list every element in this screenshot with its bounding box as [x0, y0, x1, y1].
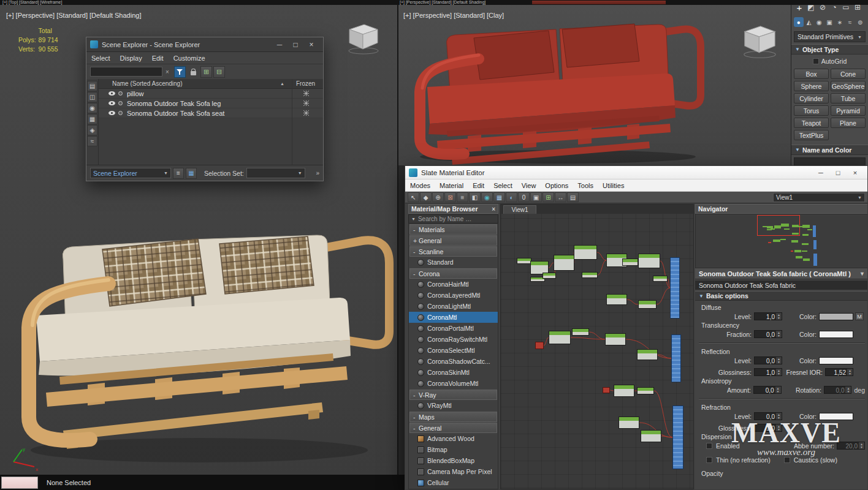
material-id-channel-icon[interactable]: 0: [518, 192, 530, 202]
graph-node[interactable]: [605, 333, 626, 345]
table-row[interactable]: Sonoma Outdoor Teak Sofa leg: [99, 99, 323, 108]
viewcube[interactable]: [342, 22, 385, 56]
reflection-level-spinner[interactable]: 0,0▲▼: [754, 356, 782, 364]
menu-utilities[interactable]: Utilities: [603, 182, 624, 189]
browser-search[interactable]: ▼ Search by Name …: [408, 214, 498, 224]
frozen-toggle-icon[interactable]: [303, 100, 309, 106]
material-coronashadowcatc[interactable]: CoronaShadowCatc...: [409, 356, 498, 367]
graph-node[interactable]: [672, 405, 683, 469]
button-sphere[interactable]: Sphere: [794, 81, 829, 91]
refraction-level-spinner[interactable]: 0,0▲▼: [754, 412, 782, 420]
material-coronarayswitchmtl[interactable]: CoronaRaySwitchMtl: [409, 334, 498, 345]
show-background-icon[interactable]: ◉: [481, 192, 493, 202]
refraction-glossiness-spinner[interactable]: 1,0▲▼: [754, 424, 782, 432]
graph-node[interactable]: [653, 276, 668, 282]
lights-category-icon[interactable]: ◉: [814, 17, 824, 27]
material-coronahairmtl[interactable]: CoronaHairMtl: [409, 279, 498, 290]
table-header[interactable]: Name (Sorted Ascending) ▲ Frozen: [99, 79, 323, 89]
close-button[interactable]: ×: [847, 169, 864, 176]
visibility-eye-icon[interactable]: [108, 91, 115, 96]
graph-node[interactable]: [671, 334, 681, 382]
material-blendedboxmap[interactable]: BlendedBoxMap: [409, 455, 498, 466]
menu-options[interactable]: Options: [545, 182, 568, 189]
material-vraymtl[interactable]: VRayMtl: [409, 400, 498, 411]
move-children-icon[interactable]: ≡: [457, 192, 468, 202]
geometry-category-icon[interactable]: ●: [794, 17, 804, 27]
graph-node[interactable]: [637, 349, 658, 360]
maximize-button[interactable]: □: [287, 40, 303, 49]
sofa-model-clay[interactable]: [402, 20, 717, 165]
menu-select[interactable]: Select: [493, 182, 512, 189]
select-arrow-icon[interactable]: ↖: [408, 192, 419, 202]
graph-node[interactable]: [517, 258, 531, 264]
close-icon[interactable]: ×: [492, 206, 495, 213]
refraction-color-swatch[interactable]: [819, 413, 853, 420]
material-coronaskinmtl[interactable]: CoronaSkinMtl: [409, 367, 498, 378]
graph-node[interactable]: [641, 430, 661, 442]
basic-options-rollout[interactable]: ▼ Basic options: [695, 291, 867, 301]
name-color-rollout[interactable]: ▼ Name and Color: [791, 145, 868, 155]
display-lights-icon[interactable]: ◉: [87, 103, 97, 113]
button-pyramid[interactable]: Pyramid: [831, 105, 866, 116]
graph-node[interactable]: [638, 300, 657, 309]
graph-node[interactable]: [582, 272, 598, 278]
viewcube[interactable]: [737, 23, 783, 60]
material-advanced-wood[interactable]: Advanced Wood: [409, 433, 498, 444]
translucency-color-swatch[interactable]: [819, 331, 853, 338]
display-cameras-icon[interactable]: ▦: [87, 114, 97, 124]
close-button[interactable]: ×: [303, 40, 319, 49]
autogrid-checkbox[interactable]: [813, 58, 819, 64]
display-geometry-icon[interactable]: ◫: [87, 92, 97, 102]
material-coronavolumemtl[interactable]: CoronaVolumeMtl: [409, 378, 498, 389]
pick-from-object-icon[interactable]: ◆: [420, 192, 432, 202]
reflection-color-swatch[interactable]: [819, 357, 853, 364]
viewport-label[interactable]: [+] [Perspective] [Standard] [Clay]: [403, 12, 504, 19]
show-end-result-icon[interactable]: ◐: [506, 192, 517, 202]
fresnel-ior-spinner[interactable]: 1,52▲▼: [825, 368, 853, 376]
menu-customize[interactable]: Customize: [173, 55, 205, 62]
show-map-in-viewport-icon[interactable]: ▦: [493, 192, 505, 202]
browser-header[interactable]: Material/Map Browser ×: [408, 204, 498, 214]
diffuse-map-button[interactable]: M: [855, 312, 864, 320]
button-torus[interactable]: Torus: [794, 105, 829, 116]
graph-node[interactable]: [614, 385, 634, 397]
display-helpers-icon[interactable]: ◈: [87, 125, 97, 135]
material-coronamtl[interactable]: CoronaMtl: [409, 312, 498, 323]
menu-display[interactable]: Display: [120, 55, 142, 62]
material-cellular[interactable]: Cellular: [409, 477, 498, 488]
sofa-model-shaded[interactable]: [15, 235, 394, 470]
put-to-library-icon[interactable]: ⊕: [432, 192, 444, 202]
group-scanline[interactable]: -Scanline: [409, 246, 497, 257]
material-coronaportalmtl[interactable]: CoronaPortalMtl: [409, 323, 498, 334]
group-maps[interactable]: -Maps: [409, 412, 497, 422]
delete-selected-icon[interactable]: ⊠: [444, 192, 456, 202]
group-corona[interactable]: -Corona: [409, 268, 497, 279]
button-cone[interactable]: Cone: [831, 69, 866, 79]
button-cylinder[interactable]: Cylinder: [794, 93, 829, 104]
rotation-spinner[interactable]: 0,0▲▼: [824, 386, 852, 394]
remove-grid-icon[interactable]: ⊟: [213, 66, 225, 78]
object-color-swatch[interactable]: [1, 477, 38, 489]
selection-set-dropdown[interactable]: ▼: [246, 168, 305, 178]
material-bitmap[interactable]: Bitmap: [409, 444, 498, 455]
graph-node[interactable]: [670, 257, 680, 318]
menu-view[interactable]: View: [522, 182, 536, 189]
object-type-rollout[interactable]: ▼ Object Type: [791, 44, 868, 55]
table-row[interactable]: Sonoma Outdoor Teak Sofa seat: [99, 108, 323, 118]
material-standard[interactable]: Standard: [409, 257, 498, 268]
graph-node[interactable]: [535, 342, 544, 349]
pan-view-icon[interactable]: ↔: [555, 192, 566, 202]
frozen-column-header[interactable]: Frozen: [296, 80, 315, 87]
graph-node[interactable]: [542, 273, 556, 279]
add-grid-icon[interactable]: ⊞: [200, 66, 212, 78]
diffuse-color-swatch[interactable]: [819, 313, 853, 320]
layout-all-icon[interactable]: ▤: [567, 192, 579, 202]
material-coronalayeredmtl[interactable]: CoronaLayeredMtl: [409, 290, 498, 301]
menu-edit[interactable]: Edit: [473, 182, 484, 189]
graph-node[interactable]: [619, 417, 639, 429]
material-name-field[interactable]: Sonoma Outdoor Teak Sofa fabric: [695, 281, 867, 290]
primitives-dropdown[interactable]: Standard Primitives ▼: [794, 31, 866, 42]
cameras-category-icon[interactable]: ▣: [824, 17, 834, 27]
button-plane[interactable]: Plane: [831, 118, 866, 128]
viewport-label[interactable]: [+] [Perspective] [Standard] [Default Sh…: [6, 12, 141, 19]
